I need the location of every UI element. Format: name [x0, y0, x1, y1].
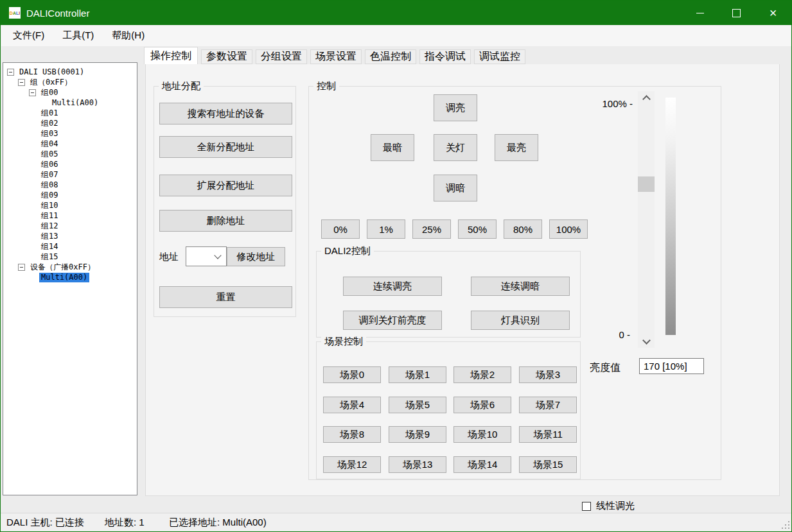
scene-button-13[interactable]: 场景13 — [389, 456, 446, 473]
tab-color-temp-control[interactable]: 色温控制 — [365, 49, 416, 64]
tree-item[interactable]: 组05 — [39, 150, 60, 159]
search-addressed-devices-button[interactable]: 搜索有地址的设备 — [159, 103, 292, 124]
tree-item[interactable]: 组13 — [39, 232, 60, 241]
tree-item[interactable]: 设备（广播0xFF） — [28, 262, 97, 272]
tree-item[interactable]: 组14 — [39, 242, 60, 252]
status-selected-address: 已选择地址: Multi(A00) — [169, 517, 267, 529]
menu-help[interactable]: 帮助(H) — [112, 30, 145, 42]
brightness-scrollbar[interactable] — [638, 91, 655, 348]
tree-item[interactable]: 组02 — [39, 119, 60, 128]
scene-button-8[interactable]: 场景8 — [323, 426, 381, 443]
percent-button-0[interactable]: 0% — [321, 219, 360, 239]
scroll-down-icon[interactable] — [638, 335, 655, 348]
tree-item[interactable]: 组09 — [39, 191, 60, 200]
address-combobox[interactable] — [186, 246, 227, 266]
tab-scene-settings[interactable]: 场景设置 — [310, 49, 362, 64]
lights-off-button[interactable]: 关灯 — [434, 134, 477, 161]
scene-button-1[interactable]: 场景1 — [389, 366, 446, 383]
tree-row: 组09 — [3, 190, 137, 200]
scene-button-5[interactable]: 场景5 — [389, 397, 446, 413]
scene-button-15[interactable]: 场景15 — [519, 456, 577, 473]
extend-assign-address-button[interactable]: 扩展分配地址 — [159, 175, 292, 196]
titlebar: DALI DALIController × — [1, 1, 791, 25]
tree-item[interactable]: 组06 — [39, 160, 60, 169]
tree-item[interactable]: 组15 — [39, 252, 60, 262]
percent-button-1[interactable]: 1% — [367, 219, 405, 239]
device-tree[interactable]: DALI USB(0001)组（0xFF）组00Multi(A00)组01组02… — [3, 62, 137, 495]
slider-top-label: 100% - — [568, 98, 633, 109]
scene-button-6[interactable]: 场景6 — [453, 397, 511, 413]
continuous-brighten-button[interactable]: 连续调亮 — [343, 277, 442, 296]
scroll-up-icon[interactable] — [638, 91, 655, 104]
scene-button-3[interactable]: 场景3 — [519, 366, 577, 383]
tree-item[interactable]: 组10 — [39, 201, 60, 210]
tree-expander-icon[interactable] — [18, 79, 25, 86]
tree-expander-icon[interactable] — [29, 89, 36, 96]
percent-button-100[interactable]: 100% — [549, 219, 588, 239]
tree-item[interactable]: 组01 — [39, 108, 60, 118]
modify-address-button[interactable]: 修改地址 — [227, 247, 285, 266]
brighten-button[interactable]: 调亮 — [434, 94, 477, 121]
window-title: DALIController — [26, 8, 89, 19]
tree-item[interactable]: 组11 — [39, 211, 60, 221]
tab-group-settings[interactable]: 分组设置 — [256, 49, 307, 64]
tree-row: 组（0xFF） — [3, 77, 137, 87]
close-icon[interactable]: × — [755, 1, 791, 25]
tree-item[interactable]: 组04 — [39, 139, 60, 149]
scene-button-14[interactable]: 场景14 — [453, 456, 511, 473]
maximize-icon[interactable] — [718, 1, 755, 25]
tab-operation-control[interactable]: 操作控制 — [144, 47, 198, 64]
tree-item[interactable]: 组07 — [39, 170, 60, 180]
tree-row: 组15 — [3, 252, 137, 262]
scene-button-2[interactable]: 场景2 — [453, 366, 511, 383]
tree-item[interactable]: 组00 — [39, 88, 60, 98]
app-window: DALI DALIController × 文件(F)工具(T)帮助(H) DA… — [0, 0, 792, 532]
restore-pre-off-brightness-button[interactable]: 调到关灯前亮度 — [343, 311, 442, 330]
tree-item[interactable]: Multi(A00) — [39, 273, 89, 282]
scene-button-9[interactable]: 场景9 — [389, 426, 446, 443]
minimize-icon[interactable] — [682, 1, 718, 25]
linear-dimming-checkbox[interactable] — [582, 502, 591, 511]
brightness-value-label: 亮度值 — [590, 361, 620, 375]
tree-row: 组07 — [3, 169, 137, 180]
tree-item[interactable]: 组03 — [39, 129, 60, 139]
scene-button-11[interactable]: 场景11 — [519, 426, 577, 443]
tree-row: 组03 — [3, 128, 137, 139]
tree-item[interactable]: 组12 — [39, 221, 60, 231]
scrollbar-thumb[interactable] — [638, 176, 655, 192]
resize-grip[interactable] — [782, 521, 789, 529]
delete-address-button[interactable]: 删除地址 — [159, 210, 292, 232]
scene-button-0[interactable]: 场景0 — [323, 366, 381, 383]
menu-file[interactable]: 文件(F) — [13, 30, 44, 42]
tab-command-debug[interactable]: 指令调试 — [419, 49, 471, 64]
scene-button-12[interactable]: 场景12 — [323, 456, 381, 473]
brightness-value-field[interactable]: 170 [10%] — [639, 358, 704, 374]
status-host: DALI 主机: 已连接 — [6, 517, 84, 529]
continuous-dim-button[interactable]: 连续调暗 — [471, 277, 570, 296]
tree-item[interactable]: DALI USB(0001) — [17, 67, 86, 77]
brightest-button[interactable]: 最亮 — [495, 134, 538, 161]
dimmest-button[interactable]: 最暗 — [371, 134, 414, 161]
percent-button-50[interactable]: 50% — [458, 219, 497, 239]
tab-debug-monitor[interactable]: 调试监控 — [474, 49, 525, 64]
tree-expander-icon[interactable] — [18, 264, 25, 271]
tab-parameter-settings[interactable]: 参数设置 — [201, 49, 252, 64]
brightness-gradient-bar — [665, 98, 676, 335]
tree-item[interactable]: 组08 — [39, 180, 60, 190]
tree-expander-icon[interactable] — [7, 69, 14, 76]
tree-item[interactable]: Multi(A00) — [50, 98, 100, 108]
tab-strip: 操作控制参数设置分组设置场景设置色温控制指令调试调试监控 — [144, 47, 529, 64]
assign-new-address-button[interactable]: 全新分配地址 — [159, 136, 292, 158]
dim-button[interactable]: 调暗 — [434, 175, 477, 202]
tree-item[interactable]: 组（0xFF） — [28, 78, 74, 87]
luminaire-identify-button[interactable]: 灯具识别 — [471, 311, 570, 330]
percent-button-25[interactable]: 25% — [412, 219, 451, 239]
scene-button-4[interactable]: 场景4 — [323, 397, 381, 413]
linear-dimming-row: 线性调光 — [582, 500, 635, 512]
menu-tools[interactable]: 工具(T) — [62, 30, 94, 42]
tree-row: 设备（广播0xFF） — [3, 262, 137, 272]
scene-button-7[interactable]: 场景7 — [519, 397, 577, 413]
reset-button[interactable]: 重置 — [159, 286, 292, 308]
scene-button-10[interactable]: 场景10 — [453, 426, 511, 443]
percent-button-80[interactable]: 80% — [504, 219, 542, 239]
